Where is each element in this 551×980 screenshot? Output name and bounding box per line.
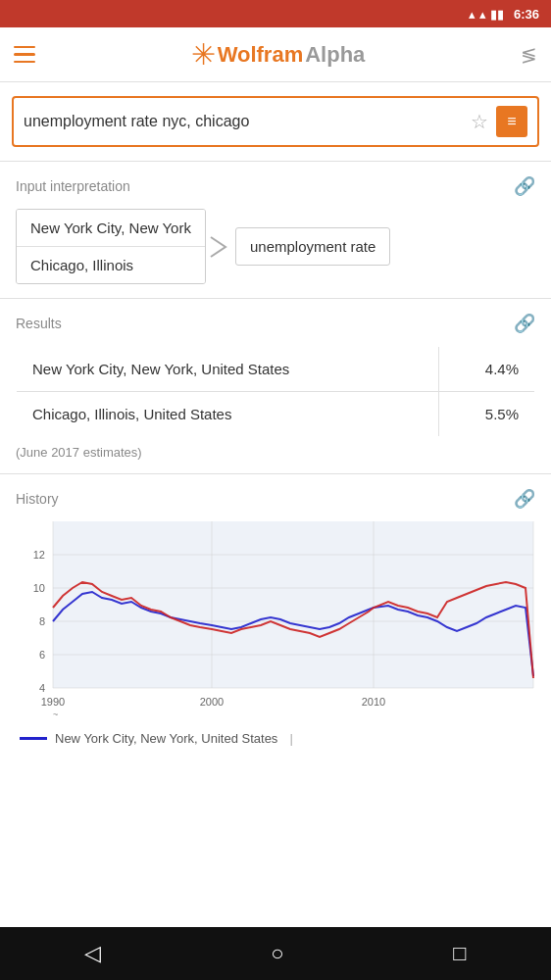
search-box: unemployment rate nyc, chicago ☆ ≡ — [12, 96, 539, 147]
logo-star-icon: ✳ — [191, 37, 216, 72]
svg-text:6: 6 — [39, 649, 45, 661]
results-title: Results — [16, 316, 62, 331]
svg-text:2010: 2010 — [362, 696, 385, 708]
svg-text:10: 10 — [33, 582, 45, 594]
input-interpretation-title: Input interpretation — [16, 178, 130, 194]
history-section: History 🔗 4 6 8 10 12 1990 — [0, 474, 551, 760]
result-city-2: Chicago, Illinois, United States — [17, 392, 439, 437]
menu-button[interactable] — [14, 46, 35, 64]
search-go-button[interactable]: ≡ — [496, 106, 527, 137]
interpretation-city-2: Chicago, Illinois — [17, 247, 205, 283]
svg-text:8: 8 — [39, 615, 45, 627]
legend-divider: | — [289, 731, 292, 746]
battery-icon: ▮▮ — [490, 7, 504, 22]
results-link-icon[interactable]: 🔗 — [514, 313, 535, 334]
interpretation-content: New York City, New York Chicago, Illinoi… — [16, 209, 535, 284]
results-section: Results 🔗 New York City, New York, Unite… — [0, 299, 551, 473]
home-button[interactable]: ○ — [271, 941, 283, 966]
svg-rect-0 — [53, 521, 533, 688]
interpretation-link-icon[interactable]: 🔗 — [514, 175, 535, 197]
result-value-2: 5.5% — [438, 392, 534, 437]
result-city-1: New York City, New York, United States — [17, 347, 439, 392]
bottom-navigation: ◁ ○ □ — [0, 927, 551, 980]
search-container: unemployment rate nyc, chicago ☆ ≡ — [0, 82, 551, 161]
legend-label-nyc: New York City, New York, United States — [55, 731, 277, 746]
results-table: New York City, New York, United States 4… — [16, 346, 535, 437]
signal-icon: ▴ — [479, 7, 486, 22]
status-icons: ▴ ▴ ▮▮ 6:36 — [469, 7, 539, 22]
history-header: History 🔗 — [16, 488, 535, 510]
back-button[interactable]: ◁ — [84, 941, 101, 966]
legend: New York City, New York, United States | — [16, 731, 535, 746]
wifi-icon: ▴ — [469, 7, 476, 22]
search-input[interactable]: unemployment rate nyc, chicago — [24, 113, 471, 130]
go-icon: ≡ — [507, 113, 516, 130]
input-interpretation-section: Input interpretation 🔗 New York City, Ne… — [0, 162, 551, 298]
status-bar: ▴ ▴ ▮▮ 6:36 — [0, 0, 551, 27]
results-header: Results 🔗 — [16, 313, 535, 334]
svg-text:12: 12 — [33, 549, 45, 561]
recents-button[interactable]: □ — [453, 941, 466, 966]
table-row: Chicago, Illinois, United States 5.5% — [17, 392, 535, 437]
history-title: History — [16, 491, 59, 507]
interpretation-arrow-icon — [206, 218, 235, 276]
history-link-icon[interactable]: 🔗 — [514, 488, 535, 510]
svg-text:4: 4 — [39, 682, 45, 694]
results-note: (June 2017 estimates) — [16, 445, 535, 460]
favorite-icon[interactable]: ☆ — [471, 110, 488, 133]
table-row: New York City, New York, United States 4… — [17, 347, 535, 392]
svg-text:~: ~ — [53, 710, 58, 717]
legend-line-nyc — [20, 737, 47, 740]
logo-wolfram-text: Wolfram — [218, 42, 304, 68]
interpretation-cities: New York City, New York Chicago, Illinoi… — [16, 209, 206, 284]
share-button[interactable]: ≶ — [521, 43, 537, 67]
input-interpretation-header: Input interpretation 🔗 — [16, 175, 535, 197]
result-value-1: 4.4% — [438, 347, 534, 392]
header: ✳ WolframAlpha ≶ — [0, 27, 551, 82]
history-chart: 4 6 8 10 12 1990 2000 2010 ~ — [16, 521, 535, 717]
status-time: 6:36 — [514, 7, 539, 22]
chart-container: 4 6 8 10 12 1990 2000 2010 ~ — [16, 521, 535, 721]
svg-text:1990: 1990 — [41, 696, 65, 708]
interpretation-concept: unemployment rate — [235, 227, 390, 266]
logo-alpha-text: Alpha — [305, 42, 365, 68]
logo: ✳ WolframAlpha — [191, 37, 366, 72]
interpretation-city-1: New York City, New York — [17, 210, 205, 247]
svg-text:2000: 2000 — [200, 696, 224, 708]
